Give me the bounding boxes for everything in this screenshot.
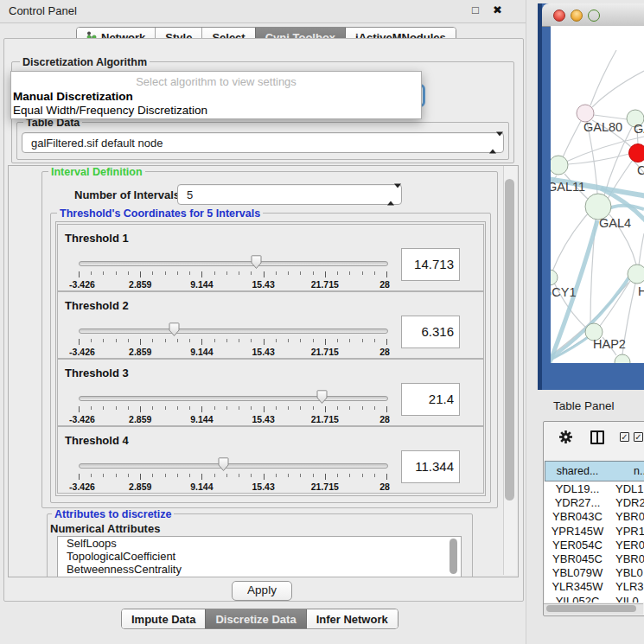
slider-minor-tick xyxy=(288,271,289,275)
table-row-name[interactable]: YDL1 xyxy=(615,482,644,495)
attribute-list-item[interactable]: SelfLoops xyxy=(58,537,461,550)
table-row-name[interactable]: YBR0 xyxy=(615,510,644,523)
table-row-shared-name[interactable]: YBR043C xyxy=(545,510,610,523)
close-panel-icon[interactable]: ✖ xyxy=(493,3,502,16)
network-edge[interactable] xyxy=(639,233,644,265)
table-row-name[interactable]: YBL0 xyxy=(615,566,643,579)
bottom-tab-infer-network[interactable]: Infer Network xyxy=(306,609,398,628)
scrollpane-scrollbar-thumb[interactable] xyxy=(505,179,514,501)
apply-button[interactable]: Apply xyxy=(232,581,292,601)
bottom-tab-discretize-data[interactable]: Discretize Data xyxy=(205,609,305,628)
threshold-value-field[interactable]: 6.316 xyxy=(401,316,460,348)
network-node-label: GAL4 xyxy=(599,216,631,230)
checkbox-icon[interactable]: ✓ xyxy=(634,432,643,442)
mac-zoom-button[interactable] xyxy=(588,10,600,22)
table-row-shared-name[interactable]: YER054C xyxy=(545,539,610,552)
mac-minimize-button[interactable] xyxy=(571,10,583,22)
numerical-attributes-list[interactable]: SelfLoopsTopologicalCoefficientBetweenne… xyxy=(57,536,462,577)
table-row-shared-name[interactable]: YDR27... xyxy=(545,496,610,509)
slider-minor-tick xyxy=(362,474,363,477)
slider-thumb[interactable] xyxy=(168,322,181,337)
threshold-value-field[interactable]: 21.4 xyxy=(401,383,460,416)
table-row-name[interactable]: YDR2 xyxy=(615,496,644,509)
network-edge[interactable] xyxy=(600,281,630,326)
network-node-green[interactable] xyxy=(615,354,630,363)
slider-minor-tick xyxy=(91,339,92,342)
node-attribute-table[interactable]: shared... n... YDL19...YDL1YDR27...YDR2Y… xyxy=(545,461,644,603)
network-edge[interactable] xyxy=(594,115,627,119)
network-canvas[interactable]: GAL80GACGAL11GAL4GCY1HHAP2 xyxy=(551,26,644,363)
slider-tick xyxy=(79,339,80,345)
slider-track[interactable] xyxy=(79,463,388,469)
network-edge[interactable] xyxy=(563,121,581,157)
network-edge[interactable] xyxy=(568,154,629,164)
attributes-list-scrollbar[interactable] xyxy=(450,539,457,574)
table-data-combo[interactable]: galFiltered.sif default node xyxy=(22,132,504,153)
slider-minor-tick xyxy=(313,406,314,410)
slider-tick xyxy=(140,474,141,480)
slider-thumb[interactable] xyxy=(316,390,328,405)
table-row-shared-name[interactable]: YDL19... xyxy=(545,482,610,495)
algorithm-option-manual[interactable]: Manual Discretization xyxy=(13,90,133,103)
slider-tick-label: -3.426 xyxy=(69,481,95,492)
slider-minor-tick xyxy=(189,474,190,477)
network-edge[interactable] xyxy=(592,71,644,107)
checkbox-icon[interactable]: ✓ xyxy=(620,432,629,442)
table-row-shared-name[interactable]: YIL052C xyxy=(545,595,610,603)
column-header-shared-name[interactable]: shared... xyxy=(545,461,610,481)
number-of-intervals-combo[interactable]: 5 xyxy=(177,184,402,205)
slider-track[interactable] xyxy=(79,328,388,334)
algorithm-option-equal-width[interactable]: Equal Width/Frequency Discretization xyxy=(13,104,207,117)
slider-tick-label: 28 xyxy=(379,414,390,424)
numerical-attributes-label: Numerical Attributes xyxy=(50,522,160,535)
network-node-red[interactable] xyxy=(629,144,644,163)
table-hscrollbar-thumb[interactable] xyxy=(546,605,636,612)
network-node-label: GAL11 xyxy=(551,180,585,194)
slider-track[interactable] xyxy=(79,261,388,266)
table-row-name[interactable]: YLR3 xyxy=(615,580,644,593)
slider-thumb[interactable] xyxy=(217,457,230,472)
threshold-value-field[interactable]: 11.344 xyxy=(401,450,460,483)
slider-minor-tick xyxy=(103,339,104,342)
float-window-icon[interactable]: □ xyxy=(472,3,479,16)
slider-minor-tick xyxy=(349,271,350,275)
attribute-list-item[interactable]: TopologicalCoefficient xyxy=(58,550,461,563)
table-row-name[interactable]: YBR0 xyxy=(615,552,644,565)
table-row-shared-name[interactable]: YBL079W xyxy=(545,566,610,579)
attribute-list-item[interactable]: BetweennessCentrality xyxy=(58,563,461,576)
mac-close-button[interactable] xyxy=(553,10,565,22)
network-graph: GAL80GACGAL11GAL4GCY1HHAP2 xyxy=(551,26,644,363)
table-row-shared-name[interactable]: YLR345W xyxy=(545,580,610,593)
slider-minor-tick xyxy=(128,406,129,410)
slider-thumb[interactable] xyxy=(250,255,263,270)
slider-minor-tick xyxy=(349,474,350,477)
gear-icon[interactable] xyxy=(558,430,573,444)
network-node-pink[interactable] xyxy=(577,105,594,122)
slider-minor-tick xyxy=(276,339,277,342)
table-row-shared-name[interactable]: YBR045C xyxy=(545,552,610,565)
discretization-algorithm-group-label: Discretization Algorithm xyxy=(20,56,150,68)
network-node-green[interactable] xyxy=(551,270,558,285)
network-node-green[interactable] xyxy=(551,156,568,175)
network-node-green[interactable] xyxy=(628,265,644,284)
slider-tick xyxy=(140,406,141,412)
slider-minor-tick xyxy=(349,339,350,342)
slider-track[interactable] xyxy=(79,396,388,401)
threshold-value-field[interactable]: 14.713 xyxy=(401,248,460,281)
slider-minor-tick xyxy=(251,474,252,477)
split-table-icon[interactable] xyxy=(590,430,604,444)
column-header-name[interactable]: n... xyxy=(609,461,644,481)
table-row-name[interactable]: YIL0 xyxy=(615,595,639,603)
network-edge[interactable] xyxy=(604,127,632,195)
table-row-shared-name[interactable]: YPR145W xyxy=(545,525,610,538)
slider-tick-label: 21.715 xyxy=(311,347,339,357)
table-row-name[interactable]: YPR1 xyxy=(615,525,644,538)
slider-minor-tick xyxy=(91,271,92,275)
slider-minor-tick xyxy=(374,474,375,477)
table-row-name[interactable]: YER0 xyxy=(615,539,644,552)
slider-minor-tick xyxy=(226,271,227,275)
bottom-tab-impute-data[interactable]: Impute Data xyxy=(122,609,205,628)
algorithm-placeholder-item[interactable]: Select algorithm to view settings xyxy=(11,75,421,88)
slider-tick-label: 15.43 xyxy=(252,414,274,424)
slider-tick-label: 9.144 xyxy=(190,279,213,290)
